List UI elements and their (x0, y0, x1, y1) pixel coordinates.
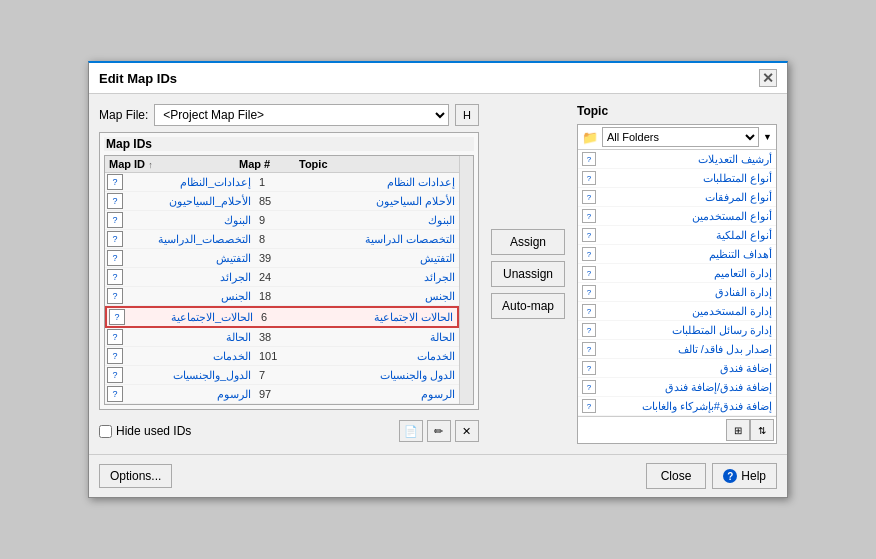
delete-mapid-icon[interactable]: ✕ (455, 420, 479, 442)
left-panel: Map File: <Project Map File> H Map IDs M… (99, 104, 479, 444)
topic-item[interactable]: ?أنواع المتطلبات (578, 169, 776, 188)
topic-item[interactable]: ?إضافة فندق/إضافة فندق (578, 378, 776, 397)
table-row[interactable]: ?الجرائد24الجرائد (105, 268, 459, 287)
table-row[interactable]: ?التخصصات_الدراسية8التخصصات الدراسية (105, 230, 459, 249)
cell-mapid: الحالات_الاجتماعية (127, 311, 257, 324)
topic-item-icon: ? (582, 266, 596, 280)
cell-topic: الدول والجنسيات (315, 369, 459, 382)
options-button[interactable]: Options... (99, 464, 172, 488)
table-row[interactable]: ?الخدمات101الخدمات (105, 347, 459, 366)
map-ids-group-title: Map IDs (104, 137, 474, 151)
map-file-select[interactable]: <Project Map File> (154, 104, 449, 126)
hide-used-ids-checkbox[interactable] (99, 425, 112, 438)
topic-item-icon: ? (582, 380, 596, 394)
cell-mapnum: 39 (255, 252, 315, 264)
close-button[interactable]: Close (646, 463, 707, 489)
table-row[interactable]: ?البنوك9البنوك (105, 211, 459, 230)
cell-topic: الأحلام السياحيون (315, 195, 459, 208)
topic-item[interactable]: ?أنواع المرفقات (578, 188, 776, 207)
topic-item[interactable]: ?إدارة رسائل المتطلبات (578, 321, 776, 340)
hide-used-ids-label[interactable]: Hide used IDs (99, 424, 191, 438)
bottom-icons: 📄 ✏ ✕ (399, 420, 479, 442)
cell-mapid: التخصصات_الدراسية (125, 233, 255, 246)
topic-item[interactable]: ?إدارة التعاميم (578, 264, 776, 283)
cell-mapnum: 18 (255, 290, 315, 302)
table-row[interactable]: ?التفتيش39التفتيش (105, 249, 459, 268)
table-row[interactable]: ?الجنس18الجنس (105, 287, 459, 306)
cell-mapnum: 8 (255, 233, 315, 245)
row-icon: ? (107, 212, 123, 228)
cell-topic: البنوك (315, 214, 459, 227)
table-row[interactable]: ?الرسوم97الرسوم (105, 385, 459, 404)
topic-item-label: أرشيف التعديلات (600, 153, 772, 166)
cell-mapid: الرسوم (125, 388, 255, 401)
row-icon: ? (107, 367, 123, 383)
row-icon: ? (107, 329, 123, 345)
topic-item[interactable]: ?إصدار بدل فاقد/ تالف (578, 340, 776, 359)
table-row[interactable]: ?الحالة38الحالة (105, 328, 459, 347)
topic-item[interactable]: ?أنواع المستخدمين (578, 207, 776, 226)
topic-item-icon: ? (582, 342, 596, 356)
topic-item[interactable]: ?أرشيف التعديلات (578, 150, 776, 169)
cell-topic: التفتيش (315, 252, 459, 265)
topic-item-label: إضافة فندق (600, 362, 772, 375)
cell-topic: الرسوم (315, 388, 459, 401)
topic-item-icon: ? (582, 171, 596, 185)
topic-item-icon: ? (582, 209, 596, 223)
topic-table-icon[interactable]: ⊞ (726, 419, 750, 441)
cell-topic: الحالة (315, 331, 459, 344)
table-row[interactable]: ?الدول_والجنسيات7الدول والجنسيات (105, 366, 459, 385)
cell-mapid: الخدمات (125, 350, 255, 363)
cell-mapnum: 1 (255, 176, 315, 188)
map-ids-table-container: Map ID ↑ Map # Topic ?إعدادات_النظام1إعد… (104, 155, 474, 405)
topic-item-icon: ? (582, 285, 596, 299)
cell-mapid: الدول_والجنسيات (125, 369, 255, 382)
topic-item-icon: ? (582, 323, 596, 337)
table-row[interactable]: ?الأحلام_السياحيون85الأحلام السياحيون (105, 192, 459, 211)
footer-right: Close ? Help (646, 463, 777, 489)
topic-item-label: إدارة رسائل المتطلبات (600, 324, 772, 337)
topic-item[interactable]: ?إدارة الفنادق (578, 283, 776, 302)
topic-item[interactable]: ?إضافة فندق (578, 359, 776, 378)
topic-group: 📁 All Folders ▼ ?أرشيف التعديلات?أنواع ا… (577, 124, 777, 444)
folder-select[interactable]: All Folders (602, 127, 759, 147)
bottom-bar: Hide used IDs 📄 ✏ ✕ (99, 420, 479, 442)
automap-button[interactable]: Auto-map (491, 293, 565, 319)
table-inner: Map ID ↑ Map # Topic ?إعدادات_النظام1إعد… (105, 156, 459, 404)
map-file-row: Map File: <Project Map File> H (99, 104, 479, 126)
cell-mapid: الحالة (125, 331, 255, 344)
assign-button[interactable]: Assign (491, 229, 565, 255)
topic-sort-icon[interactable]: ⇅ (750, 419, 774, 441)
cell-mapnum: 6 (257, 311, 317, 323)
topic-item[interactable]: ?أنواع الملكية (578, 226, 776, 245)
unassign-button[interactable]: Unassign (491, 261, 565, 287)
browse-icon[interactable]: H (455, 104, 479, 126)
cell-topic: إعدادات النظام (315, 176, 459, 189)
dialog-footer: Options... Close ? Help (89, 454, 787, 497)
cell-mapnum: 9 (255, 214, 315, 226)
topic-list[interactable]: ?أرشيف التعديلات?أنواع المتطلبات?أنواع ا… (578, 150, 776, 416)
table-body[interactable]: ?إعدادات_النظام1إعدادات النظام?الأحلام_ا… (105, 173, 459, 404)
topic-item-label: إضافة فندق#بإشركاء والغابات (600, 400, 772, 413)
topic-item[interactable]: ?أهداف التنظيم (578, 245, 776, 264)
cell-topic: التخصصات الدراسية (315, 233, 459, 246)
new-mapid-icon[interactable]: 📄 (399, 420, 423, 442)
table-row[interactable]: ?إعدادات_النظام1إعدادات النظام (105, 173, 459, 192)
cell-mapnum: 24 (255, 271, 315, 283)
right-panel: Topic 📁 All Folders ▼ ?أرشيف التعديلات?أ… (577, 104, 777, 444)
cell-mapid: إعدادات_النظام (125, 176, 255, 189)
edit-mapid-icon[interactable]: ✏ (427, 420, 451, 442)
row-icon: ? (107, 231, 123, 247)
close-icon[interactable]: ✕ (759, 69, 777, 87)
folder-icon: 📁 (582, 130, 598, 145)
col-header-topic: Topic (295, 158, 459, 170)
cell-mapid: الجرائد (125, 271, 255, 284)
cell-mapid: الأحلام_السياحيون (125, 195, 255, 208)
cell-topic: الخدمات (315, 350, 459, 363)
help-button[interactable]: ? Help (712, 463, 777, 489)
table-scrollbar[interactable] (459, 156, 473, 404)
topic-item[interactable]: ?إدارة المستخدمين (578, 302, 776, 321)
cell-mapid: التفتيش (125, 252, 255, 265)
topic-item[interactable]: ?إضافة فندق#بإشركاء والغابات (578, 397, 776, 416)
table-row[interactable]: ?الحالات_الاجتماعية6الحالات الاجتماعية (105, 306, 459, 328)
